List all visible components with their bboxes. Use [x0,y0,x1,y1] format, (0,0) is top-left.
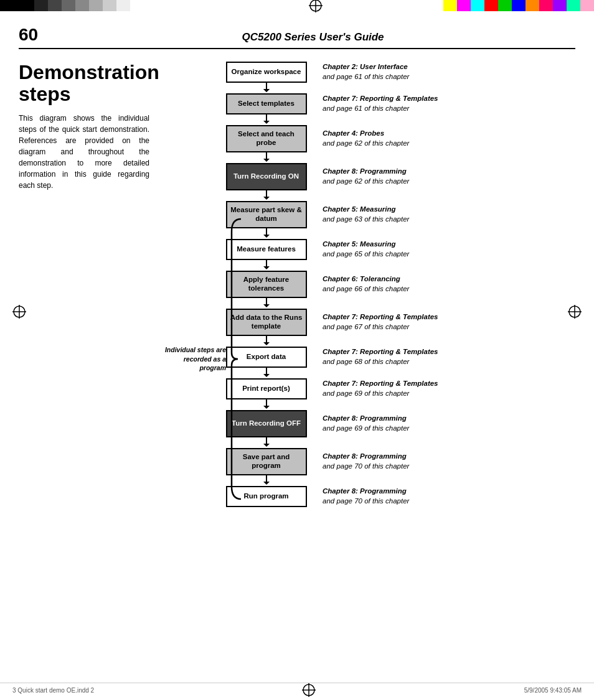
step-select-teach-probe: Select and teach probe [226,125,307,152]
brace-icon [229,216,247,502]
ref-turn-recording-off: Chapter 8: Programmingand page 69 of thi… [323,410,466,437]
ref-apply-tolerances: Chapter 6: Tolerancingand page 66 of thi… [323,271,466,298]
brace-container: Individual steps are recorded as a progr… [159,216,247,502]
ref-select-teach-probe: Chapter 4: Probesand page 62 of this cha… [323,125,466,152]
ref-measure-features: Chapter 5: Measuringand page 65 of this … [323,239,466,260]
page-footer: 3 Quick start demo OE.indd 2 5/9/2005 9:… [0,683,594,697]
top-registration-bar [0,0,594,11]
page-header: 60 QC5200 Series User's Guide [19,25,575,49]
ref-run-program: Chapter 8: Programmingand page 70 of thi… [323,486,466,507]
ref-print-reports: Chapter 7: Reporting & Templatesand page… [323,378,466,399]
flow-chart: Organize workspace Select templates Sele… [221,62,575,507]
diagram-area: Individual steps are recorded as a progr… [162,62,575,507]
page-title: QC5200 Series User's Guide [50,31,575,44]
ref-add-data-runs: Chapter 7: Reporting & Templatesand page… [323,309,466,336]
ref-export-data: Chapter 7: Reporting & Templatesand page… [323,347,466,368]
ref-select-templates: Chapter 7: Reporting & Templatesand page… [323,93,466,114]
section-body: This diagram shows the individual steps … [19,113,149,191]
crosshair-right-icon [568,305,582,321]
main-content: Demonstration steps This diagram shows t… [19,62,575,507]
section-heading: Demonstration steps [19,62,149,105]
ref-save-part-program: Chapter 8: Programmingand page 70 of thi… [323,448,466,475]
crosshair-left-icon [12,305,26,321]
ref-organize-workspace: Chapter 2: User Interfaceand page 61 of … [323,62,466,83]
left-section: Demonstration steps This diagram shows t… [19,62,162,507]
brace-label: Individual steps are recorded as a progr… [159,345,226,373]
ref-turn-recording-on: Chapter 8: Programmingand page 62 of thi… [323,163,466,190]
step-turn-recording-on: Turn Recording ON [226,163,307,190]
ref-measure-part-skew: Chapter 5: Measuringand page 63 of this … [323,201,466,228]
step-select-templates: Select templates [226,93,307,114]
page-number: 60 [19,25,38,45]
crosshair-bottom-icon [302,683,316,697]
footer-right: 5/9/2005 9:43:05 AM [524,687,582,694]
crosshair-top-icon [309,0,323,12]
refs-column: Chapter 2: User Interfaceand page 61 of … [323,62,466,507]
footer-left: 3 Quick start demo OE.indd 2 [12,687,94,694]
step-organize-workspace: Organize workspace [226,62,307,83]
